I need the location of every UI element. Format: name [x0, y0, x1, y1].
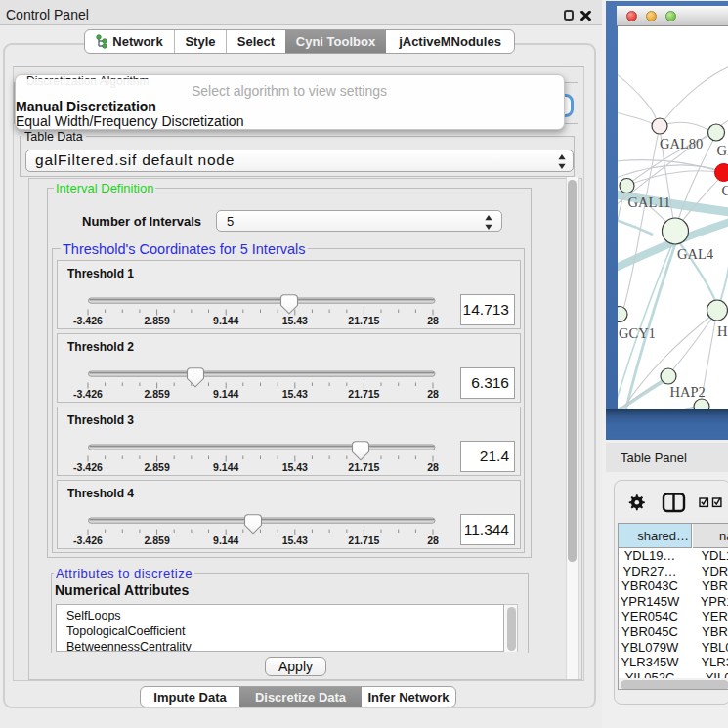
svg-text:-3.426: -3.426 [73, 387, 103, 399]
svg-text:15.43: 15.43 [282, 460, 308, 472]
svg-text:HIS7: HIS7 [717, 323, 728, 339]
svg-text:HAP2: HAP2 [670, 384, 706, 400]
svg-text:GAL11: GAL11 [628, 194, 671, 210]
svg-text:15.43: 15.43 [282, 534, 308, 545]
svg-text:GAL1: GAL1 [717, 143, 728, 158]
svg-text:2.859: 2.859 [144, 460, 169, 472]
svg-text:9.144: 9.144 [213, 534, 238, 545]
svg-text:GAL4: GAL4 [677, 246, 714, 262]
svg-text:9.144: 9.144 [213, 460, 238, 472]
svg-text:28: 28 [427, 460, 439, 472]
svg-text:GCY1: GCY1 [619, 325, 656, 341]
svg-text:28: 28 [427, 534, 439, 545]
svg-text:-3.426: -3.426 [73, 534, 103, 545]
svg-text:9.144: 9.144 [213, 314, 238, 325]
svg-text:15.43: 15.43 [282, 387, 308, 399]
svg-text:21.715: 21.715 [348, 314, 379, 325]
svg-text:15.43: 15.43 [282, 314, 308, 325]
svg-text:2.859: 2.859 [144, 314, 169, 325]
svg-text:CDC: CDC [722, 183, 728, 198]
svg-text:GAL80: GAL80 [660, 136, 703, 151]
svg-text:9.144: 9.144 [213, 387, 238, 399]
svg-text:21.715: 21.715 [348, 387, 379, 399]
svg-text:-3.426: -3.426 [73, 460, 103, 472]
svg-text:2.859: 2.859 [144, 387, 169, 399]
svg-text:28: 28 [427, 387, 439, 399]
svg-text:28: 28 [427, 314, 439, 325]
svg-text:-3.426: -3.426 [73, 314, 103, 325]
svg-text:21.715: 21.715 [348, 534, 379, 545]
svg-text:2.859: 2.859 [144, 534, 169, 545]
svg-text:21.715: 21.715 [348, 460, 379, 472]
